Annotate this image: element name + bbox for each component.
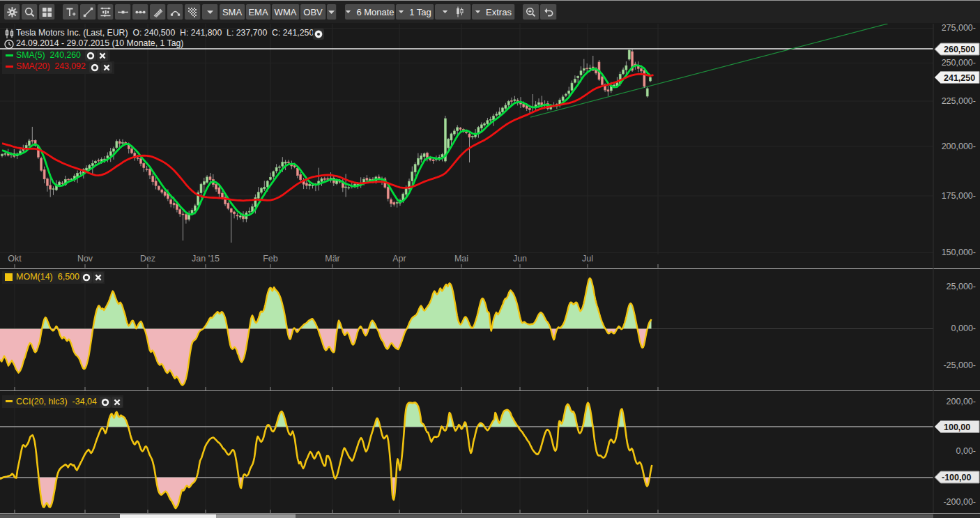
- svg-text:Jan '15: Jan '15: [192, 254, 220, 264]
- svg-text:260,500: 260,500: [944, 45, 975, 54]
- svg-text:25,000-: 25,000-: [947, 282, 976, 291]
- svg-text:241,250: 241,250: [944, 73, 975, 83]
- svg-text:275,000-: 275,000-: [942, 23, 976, 33]
- svg-text:150,000-: 150,000-: [942, 247, 976, 257]
- svg-text:Nov: Nov: [77, 254, 93, 264]
- svg-text:200,00-: 200,00-: [947, 397, 976, 406]
- svg-text:Dez: Dez: [140, 254, 155, 264]
- svg-text:-100,00: -100,00: [942, 473, 971, 482]
- svg-text:225,000-: 225,000-: [942, 96, 976, 106]
- svg-text:250,000-: 250,000-: [942, 58, 976, 68]
- svg-text:Okt: Okt: [8, 254, 22, 264]
- svg-text:100,00: 100,00: [944, 422, 970, 432]
- svg-text:Mai: Mai: [454, 254, 468, 264]
- svg-text:-25,000-: -25,000-: [943, 360, 976, 370]
- svg-text:Jul: Jul: [582, 254, 593, 264]
- svg-text:-200,00-: -200,00-: [943, 497, 976, 507]
- svg-text:0,000-: 0,000-: [951, 323, 976, 333]
- svg-text:175,000-: 175,000-: [942, 191, 976, 201]
- svg-text:Apr: Apr: [392, 254, 406, 264]
- svg-text:Jun: Jun: [513, 254, 527, 264]
- svg-text:0,00-: 0,00-: [956, 446, 977, 456]
- svg-text:200,000-: 200,000-: [942, 142, 976, 151]
- svg-text:Feb: Feb: [263, 254, 278, 264]
- svg-text:Mär: Mär: [325, 254, 340, 264]
